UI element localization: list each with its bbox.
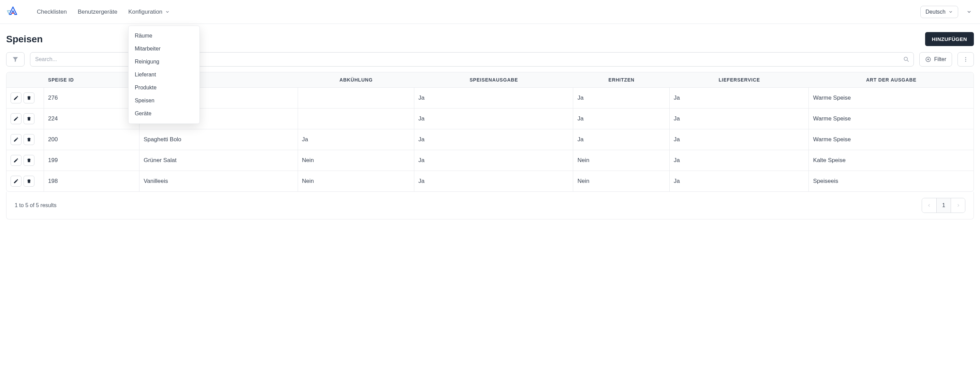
cell-cooling xyxy=(298,88,414,108)
delete-button[interactable] xyxy=(24,92,35,104)
delete-button[interactable] xyxy=(24,176,35,186)
cell-type: Warme Speise xyxy=(809,88,974,108)
cell-type: Kalte Speise xyxy=(809,150,974,171)
cell-type: Warme Speise xyxy=(809,129,974,150)
topbar-right: Deutsch xyxy=(920,6,975,18)
nav-checklists[interactable]: Checklisten xyxy=(37,6,67,18)
cell-delivery: Ja xyxy=(670,129,809,150)
dropdown-item-products[interactable]: Produkte xyxy=(129,81,199,94)
svg-point-0 xyxy=(904,57,908,61)
pencil-icon xyxy=(13,178,19,184)
cell-heating: Nein xyxy=(573,171,669,191)
main-nav: Checklisten Benutzergeräte Konfiguration… xyxy=(37,6,170,18)
user-menu-toggle[interactable] xyxy=(964,6,975,18)
cell-heating: Nein xyxy=(573,150,669,171)
topbar-left: Checklisten Benutzergeräte Konfiguration… xyxy=(5,5,170,19)
table-row: 199Grüner SalatNeinJaNeinJaKalte Speise xyxy=(6,150,974,171)
trash-icon xyxy=(26,178,32,184)
cell-heating: Ja xyxy=(573,129,669,150)
search-icon xyxy=(903,56,910,63)
cell-delivery: Ja xyxy=(670,108,809,129)
edit-button[interactable] xyxy=(11,92,21,104)
col-delivery: LIEFERSERVICE xyxy=(670,72,809,88)
table-footer: 1 to 5 of 5 results 1 xyxy=(6,192,974,219)
more-options-button[interactable] xyxy=(958,52,974,67)
filter-button-label: Filter xyxy=(934,56,946,62)
edit-button[interactable] xyxy=(11,176,21,186)
cell-actions xyxy=(6,171,44,191)
language-select[interactable]: Deutsch xyxy=(920,6,958,18)
cell-delivery: Ja xyxy=(670,171,809,191)
cell-serving: Ja xyxy=(414,88,573,108)
cell-cooling xyxy=(298,108,414,129)
cell-serving: Ja xyxy=(414,129,573,150)
col-id: SPEISE ID xyxy=(44,72,140,88)
pagination: 1 xyxy=(922,198,965,213)
cell-serving: Ja xyxy=(414,150,573,171)
page-next-button[interactable] xyxy=(951,198,965,213)
add-button[interactable]: HINZUFÜGEN xyxy=(925,32,974,46)
cell-type: Speiseeis xyxy=(809,171,974,191)
dropdown-item-rooms[interactable]: Räume xyxy=(129,29,199,42)
filter-button[interactable]: Filter xyxy=(919,52,952,67)
dropdown-item-cleaning[interactable]: Reinigung xyxy=(129,55,199,68)
cell-name: Spaghetti Bolo xyxy=(140,129,298,150)
filter-toggle-button[interactable] xyxy=(6,52,25,67)
table-row: 198VanilleeisNeinJaNeinJaSpeiseeis xyxy=(6,171,974,191)
pencil-icon xyxy=(13,116,19,121)
edit-button[interactable] xyxy=(11,155,21,166)
delete-button[interactable] xyxy=(24,155,35,166)
cell-cooling: Nein xyxy=(298,150,414,171)
cell-heating: Ja xyxy=(573,88,669,108)
chevron-right-icon xyxy=(956,203,961,208)
dropdown-item-devices[interactable]: Geräte xyxy=(129,107,199,120)
cell-name: Grüner Salat xyxy=(140,150,298,171)
cell-cooling: Ja xyxy=(298,129,414,150)
cell-type: Warme Speise xyxy=(809,108,974,129)
nav-user-devices[interactable]: Benutzergeräte xyxy=(78,6,117,18)
cell-id: 198 xyxy=(44,171,140,191)
cell-id: 199 xyxy=(44,150,140,171)
svg-point-2 xyxy=(965,57,966,58)
svg-point-4 xyxy=(965,61,966,62)
cell-id: 276 xyxy=(44,88,140,108)
language-label: Deutsch xyxy=(926,9,945,15)
chevron-down-icon xyxy=(165,10,170,14)
dots-vertical-icon xyxy=(963,56,969,62)
dropdown-item-foods[interactable]: Speisen xyxy=(129,94,199,107)
cell-serving: Ja xyxy=(414,171,573,191)
funnel-icon xyxy=(12,56,19,63)
dropdown-item-employees[interactable]: Mitarbeiter xyxy=(129,42,199,55)
page-prev-button[interactable] xyxy=(922,198,936,213)
configuration-dropdown: Räume Mitarbeiter Reinigung Lieferant Pr… xyxy=(128,25,200,124)
trash-icon xyxy=(26,158,32,163)
pencil-icon xyxy=(13,158,19,163)
app-logo[interactable] xyxy=(5,5,21,19)
col-heating: ERHITZEN xyxy=(573,72,669,88)
dropdown-item-supplier[interactable]: Lieferant xyxy=(129,68,199,81)
page-title: Speisen xyxy=(6,34,43,45)
cell-delivery: Ja xyxy=(670,88,809,108)
cell-actions xyxy=(6,129,44,150)
delete-button[interactable] xyxy=(24,134,35,145)
cell-cooling: Nein xyxy=(298,171,414,191)
nav-configuration[interactable]: Konfiguration Räume Mitarbeiter Reinigun… xyxy=(128,6,170,18)
edit-button[interactable] xyxy=(11,134,21,145)
pencil-icon xyxy=(13,95,19,100)
nav-configuration-label: Konfiguration xyxy=(128,8,162,15)
col-cooling: ABKÜHLUNG xyxy=(298,72,414,88)
cell-id: 224 xyxy=(44,108,140,129)
col-actions xyxy=(6,72,44,88)
results-text: 1 to 5 of 5 results xyxy=(15,202,57,209)
delete-button[interactable] xyxy=(24,113,35,124)
chevron-left-icon xyxy=(927,203,932,208)
page-number-button[interactable]: 1 xyxy=(936,198,951,213)
edit-button[interactable] xyxy=(11,113,21,124)
col-serving: SPEISENAUSGABE xyxy=(414,72,573,88)
trash-icon xyxy=(26,137,32,142)
svg-point-3 xyxy=(965,59,966,60)
table-row: 200Spaghetti BoloJaJaJaJaWarme Speise xyxy=(6,129,974,150)
plus-circle-icon xyxy=(925,56,931,62)
cell-actions xyxy=(6,150,44,171)
cell-name: Vanilleeis xyxy=(140,171,298,191)
